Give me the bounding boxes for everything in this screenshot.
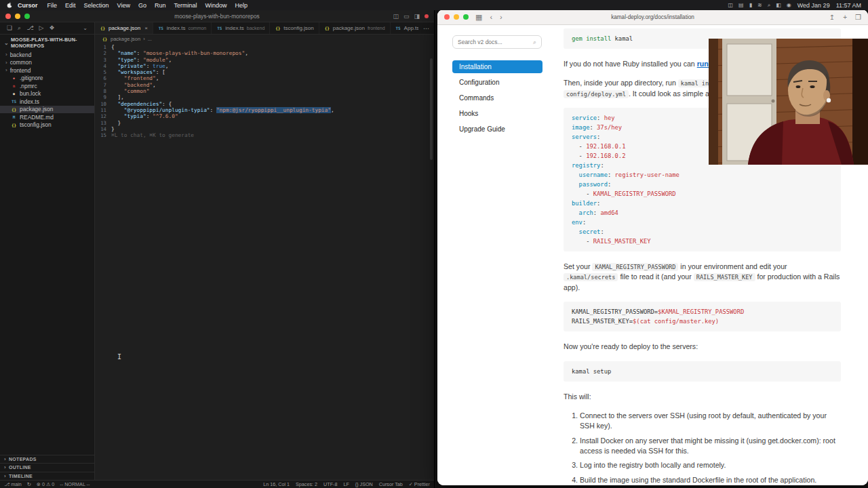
explorer-item-bun-lock[interactable]: ●bun.lock [0,90,94,98]
editor-tab-tsconfig-json[interactable]: {}tsconfig.json [270,22,319,34]
wifi-icon[interactable]: ≋ [757,2,762,9]
menubar-date[interactable]: Wed Jan 29 [797,2,830,9]
explorer-item-frontend[interactable]: ›frontend [0,66,94,75]
code-seg: amd64 [600,209,618,216]
explorer-root-row[interactable]: ⌄ MOOSE-PLAYS-WITH-BUN-MONOREPOS [0,35,94,51]
battery-icon[interactable]: ▮ [749,2,752,9]
siri-icon[interactable]: ◉ [787,2,791,9]
status-item[interactable]: UTF-8 [323,481,337,487]
code-seg: , [165,63,169,69]
screen-mirroring-icon[interactable]: ◫ [728,2,734,9]
code-editor[interactable]: 1{2 "name": "moose-plays-with-bun-monore… [95,43,434,480]
run-debug-icon[interactable]: ▷ [39,24,44,32]
status-item[interactable]: Spaces: 2 [296,481,317,487]
explorer-item-readme-md[interactable]: MREADME.md [0,113,94,121]
close-window-button[interactable] [444,14,450,20]
menubar-item-terminal[interactable]: Terminal [174,2,197,9]
source-control-icon[interactable]: ⎇ [26,24,33,32]
explorer-item-package-json[interactable]: {}package.json [0,106,94,114]
layout-panel-icon[interactable]: ▭ [403,13,410,20]
nav-item-hooks[interactable]: Hooks [452,107,542,120]
status-item[interactable]: Cursor Tab [379,481,403,487]
window-controls [5,14,30,19]
status-item[interactable]: ↻ [27,481,31,487]
editor-tab-index-ts[interactable]: TSindex.tscommon [153,22,212,34]
sidebar-toggle-icon[interactable]: ▦ [475,13,482,22]
panel-section-timeline[interactable]: ›TIMELINE [0,472,94,481]
menubar-time[interactable]: 11:57 AM [836,2,861,9]
menubar-item-edit[interactable]: Edit [65,2,76,9]
explorer-item--npmrc[interactable]: n.npmrc [0,82,94,90]
layout-sidebar-icon[interactable]: ◫ [393,13,399,20]
explorer-item-common[interactable]: ›common [0,59,94,67]
status-item[interactable]: Ln 16, Col 1 [263,481,290,487]
layout-secondary-sidebar-icon[interactable]: ◨ [414,13,420,20]
status-item[interactable]: ✓ Prettier [409,481,430,487]
breadcrumb-more[interactable]: ... [148,36,152,42]
menubar-item-file[interactable]: File [47,2,58,9]
status-item[interactable]: ⊗ 0 ⚠ 0 [37,481,54,487]
new-tab-icon[interactable]: + [843,14,847,21]
nav-item-configuration[interactable]: Configuration [452,76,542,89]
editor-tab-package-json[interactable]: {}package.json× [95,22,153,34]
extensions-icon[interactable]: ❖ [49,24,54,32]
tab-overflow-icon[interactable]: ⋯ [418,22,434,34]
tabs-overview-icon[interactable]: ❐ [855,14,861,21]
editor-tab-index-ts[interactable]: TSindex.tsbackend [212,22,270,34]
share-icon[interactable]: ↥ [829,14,835,21]
chevron-down-icon[interactable]: ⌄ [83,25,87,31]
search-icon[interactable]: ⌕ [768,2,770,9]
list-item: Log into the registry both locally and r… [580,460,841,470]
status-item[interactable]: -- NORMAL -- [60,481,90,487]
breadcrumb-file[interactable]: package.json [111,36,140,42]
breadcrumb[interactable]: {} package.json › ... [95,35,434,43]
notification-dot-icon[interactable] [425,14,429,18]
menubar-item-window[interactable]: Window [205,2,226,9]
editor-scrollbar[interactable] [430,58,433,160]
status-item[interactable]: LF [343,481,349,487]
code-text: } [111,126,115,132]
control-center-icon[interactable]: ◧ [776,2,781,9]
back-icon[interactable]: ‹ [490,13,492,21]
zoom-window-button[interactable] [463,14,469,20]
menubar-item-run[interactable]: Run [155,2,166,9]
display-icon[interactable]: ▤ [738,2,744,9]
explorer-item-backend[interactable]: ›backend [0,51,94,59]
search-icon[interactable]: ⌕ [18,24,21,32]
editor-tab-app-tsx[interactable]: TSApp.tsx [391,22,418,34]
code-text: "@ryoppippi/unplugin-typia": "npm:@jsr/r… [111,107,334,113]
line-number: 7 [95,82,111,88]
apple-icon[interactable] [7,2,12,8]
nav-item-upgrade-guide[interactable]: Upgrade Guide [452,123,542,136]
file-type-icon: {} [100,26,106,30]
nav-item-installation[interactable]: Installation [452,60,542,73]
code-seg: "backend" [124,82,153,88]
status-item[interactable]: ⎇ main [4,481,22,487]
files-icon[interactable]: ❏ [7,24,12,32]
url-bar[interactable]: kamal-deploy.org/docs/installation [545,14,761,20]
close-icon[interactable]: × [144,25,148,31]
menubar-item-go[interactable]: Go [138,2,146,9]
menubar-item-help[interactable]: Help [235,2,248,9]
search-input[interactable] [458,39,530,45]
code-seg: , [153,82,156,88]
menubar-app-name[interactable]: Cursor [18,2,38,9]
explorer-item--gitignore[interactable]: ◆.gitignore [0,75,94,83]
minimize-window-button[interactable] [454,14,459,20]
line-number: 6 [95,75,111,81]
close-window-button[interactable] [5,14,11,19]
panel-section-notepads[interactable]: ›NOTEPADS [0,455,94,464]
macos-menubar: Cursor FileEditSelectionViewGoRunTermina… [0,0,868,10]
status-item[interactable]: {} JSON [355,481,373,487]
zoom-window-button[interactable] [24,14,30,19]
docs-search-box[interactable]: ⌕ [452,35,542,49]
explorer-item-tsconfig-json[interactable]: {}tsconfig.json [0,121,94,129]
menubar-item-view[interactable]: View [117,2,130,9]
editor-tab-package-json[interactable]: {}package.jsonfrontend [319,22,391,34]
forward-icon[interactable]: › [500,13,502,21]
menubar-item-selection[interactable]: Selection [84,2,109,9]
panel-section-outline[interactable]: ›OUTLINE [0,463,94,472]
minimize-window-button[interactable] [15,14,20,19]
nav-item-commands[interactable]: Commands [452,92,542,104]
explorer-item-index-ts[interactable]: TSindex.ts [0,98,94,106]
